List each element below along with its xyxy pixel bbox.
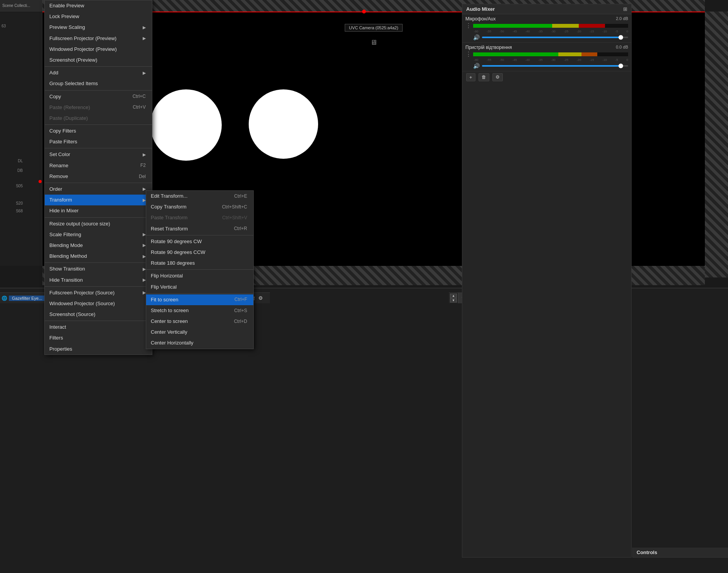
monitor-icon: 🖥 <box>370 39 377 47</box>
menu-item-copy[interactable]: Copy Ctrl+C <box>45 91 152 102</box>
scene-collection-label: Scene Collecti... <box>2 3 30 8</box>
audio-playback-meter-row: ⋮ <box>465 51 628 57</box>
controls-panel: Controls <box>632 548 728 558</box>
separator-1 <box>45 66 152 67</box>
submenu-item-reset-transform[interactable]: Reset Transform Ctrl+R <box>146 223 253 234</box>
left-ruler: 63 DL DB S05 S20 S68 <box>0 12 42 266</box>
audio-mic-dots-icon[interactable]: ⋮ <box>465 23 472 29</box>
audio-mixer-header: Audio Mixer ⊞ <box>462 4 631 14</box>
audio-mic-volume-row: 🔊 <box>465 34 628 40</box>
audio-mixer-popout-icon[interactable]: ⊞ <box>623 6 627 12</box>
blending-method-arrow: ▶ <box>143 254 146 259</box>
menu-item-fullscreen-projector-preview[interactable]: Fullscreen Projector (Preview) ▶ <box>45 33 152 44</box>
separator-4 <box>45 148 152 148</box>
scroll-down-arrow[interactable]: ▼ <box>450 298 457 302</box>
ruler-label-s05: S05 <box>16 184 23 188</box>
camera-label: UVC Camera (0525:a4a2) <box>345 24 403 32</box>
audio-bottom-controls: + 🗑 ⚙ <box>462 71 631 83</box>
preview-scaling-arrow: ▶ <box>143 25 146 30</box>
audio-playback-volume-fill <box>482 65 621 67</box>
gazefilter-source-item[interactable]: Gazefilter Eye... <box>9 296 45 301</box>
menu-item-paste-reference[interactable]: Paste (Reference) Ctrl+V <box>45 102 152 113</box>
scale-filtering-arrow: ▶ <box>143 232 146 237</box>
white-circle-right <box>249 89 318 159</box>
menu-item-order[interactable]: Order ▶ <box>45 184 152 195</box>
menu-item-set-color[interactable]: Set Color ▶ <box>45 149 152 160</box>
audio-mic-volume-slider[interactable] <box>482 37 628 38</box>
submenu-item-rotate-90-ccw[interactable]: Rotate 90 degrees CCW <box>146 247 253 258</box>
audio-playback-meter-fill-red <box>581 52 597 56</box>
audio-playback-meter <box>473 52 628 56</box>
transform-separator-3 <box>146 293 253 294</box>
menu-item-show-transition[interactable]: Show Transition ▶ <box>45 264 152 274</box>
submenu-item-flip-vertical[interactable]: Flip Vertical <box>146 282 253 292</box>
submenu-item-copy-transform[interactable]: Copy Transform Ctrl+Shift+C <box>146 202 253 212</box>
menu-item-fullscreen-projector-source[interactable]: Fullscreen Projector (Source) ▶ <box>45 287 152 298</box>
red-dot-top <box>362 10 366 13</box>
show-transition-arrow: ▶ <box>143 266 146 272</box>
menu-item-hide-in-mixer[interactable]: Hide in Mixer <box>45 205 152 216</box>
submenu-item-center-vertically[interactable]: Center Vertically <box>146 327 253 338</box>
submenu-item-stretch-to-screen[interactable]: Stretch to screen Ctrl+S <box>146 305 253 316</box>
add-arrow: ▶ <box>143 70 146 76</box>
menu-item-screenshot-preview[interactable]: Screenshot (Preview) <box>45 55 152 66</box>
menu-item-windowed-projector-source[interactable]: Windowed Projector (Source) <box>45 298 152 309</box>
menu-item-paste-duplicate[interactable]: Paste (Duplicate) <box>45 113 152 124</box>
submenu-item-fit-to-screen[interactable]: Fit to screen Ctrl+F <box>146 294 253 305</box>
controls-header: Controls <box>633 548 728 558</box>
submenu-item-rotate-180[interactable]: Rotate 180 degrees <box>146 258 253 269</box>
ruler-label-s68: S68 <box>16 209 23 213</box>
menu-item-interact[interactable]: Interact <box>45 322 152 333</box>
submenu-item-edit-transform[interactable]: Edit Transform... Ctrl+E <box>146 191 253 202</box>
audio-playback-speaker-icon[interactable]: 🔊 <box>473 63 480 69</box>
audio-playback-volume-slider[interactable] <box>482 65 628 67</box>
menu-item-rename[interactable]: Rename F2 <box>45 160 152 171</box>
hatch-right <box>705 12 728 277</box>
menu-item-hide-transition[interactable]: Hide Transition ▶ <box>45 275 152 286</box>
menu-item-blending-mode[interactable]: Blending Mode ▶ <box>45 240 152 251</box>
menu-item-screenshot-source[interactable]: Screenshot (Source) <box>45 309 152 320</box>
menu-item-blending-method[interactable]: Blending Method ▶ <box>45 251 152 262</box>
audio-playback-meter-fill-green <box>473 52 558 56</box>
submenu-item-center-to-screen[interactable]: Center to screen Ctrl+D <box>146 316 253 327</box>
blending-mode-arrow: ▶ <box>143 242 146 248</box>
menu-item-filters[interactable]: Filters <box>45 333 152 343</box>
audio-mic-speaker-icon[interactable]: 🔊 <box>473 34 480 40</box>
menu-item-remove[interactable]: Remove Del <box>45 171 152 182</box>
audio-channel-playback-header: Пристрій відтворення 0.0 dB <box>465 45 628 50</box>
audio-mixer-title: Audio Mixer <box>466 6 495 12</box>
menu-item-paste-filters[interactable]: Paste Filters <box>45 136 152 147</box>
submenu-item-flip-horizontal[interactable]: Flip Horizontal <box>146 271 253 281</box>
audio-playback-labels: -60-55-50-45-40-35-30-25-20-15-10-50 <box>465 58 628 62</box>
audio-delete-button[interactable]: 🗑 <box>479 73 489 81</box>
menu-item-resize-output[interactable]: Resize output (source size) <box>45 218 152 229</box>
scroll-up-arrow[interactable]: ▲ <box>450 294 457 298</box>
audio-playback-name: Пристрій відтворення <box>465 45 512 50</box>
menu-item-windowed-projector-preview[interactable]: Windowed Projector (Preview) <box>45 44 152 55</box>
menu-item-enable-preview[interactable]: Enable Preview <box>45 0 152 11</box>
audio-channel-playback: Пристрій відтворення 0.0 dB ⋮ -60-55-50-… <box>462 43 631 71</box>
menu-item-scale-filtering[interactable]: Scale Filtering ▶ <box>45 229 152 240</box>
menu-item-properties[interactable]: Properties <box>45 344 152 355</box>
audio-add-button[interactable]: + <box>466 73 475 81</box>
audio-playback-volume-thumb <box>618 64 623 68</box>
audio-playback-dots-icon[interactable]: ⋮ <box>465 51 472 57</box>
submenu-item-center-horizontally[interactable]: Center Horizontally <box>146 338 253 348</box>
menu-item-lock-preview[interactable]: Lock Preview <box>45 11 152 22</box>
transform-submenu: Edit Transform... Ctrl+E Copy Transform … <box>146 190 254 349</box>
red-dot-left <box>39 180 42 183</box>
audio-mixer: Audio Mixer ⊞ Мікрофон/Aux 2.0 dB ⋮ -60-… <box>462 4 632 558</box>
menu-item-transform[interactable]: Transform ▶ <box>45 195 152 205</box>
menu-item-preview-scaling[interactable]: Preview Scaling ▶ <box>45 22 152 33</box>
audio-mic-volume-thumb <box>618 35 623 40</box>
submenu-item-paste-transform[interactable]: Paste Transform Ctrl+Shift+V <box>146 212 253 223</box>
submenu-item-rotate-90-cw[interactable]: Rotate 90 degrees CW <box>146 236 253 247</box>
menu-item-add[interactable]: Add ▶ <box>45 67 152 78</box>
audio-config-button[interactable]: ⚙ <box>492 73 503 81</box>
menu-item-copy-filters[interactable]: Copy Filters <box>45 126 152 136</box>
separator-7 <box>45 262 152 263</box>
separator-9 <box>45 321 152 321</box>
audio-channel-mic: Мікрофон/Aux 2.0 dB ⋮ -60-55-50-45-40-35… <box>462 14 631 43</box>
menu-item-group-selected[interactable]: Group Selected Items <box>45 78 152 89</box>
source-settings-button[interactable]: ⚙ <box>258 295 263 301</box>
